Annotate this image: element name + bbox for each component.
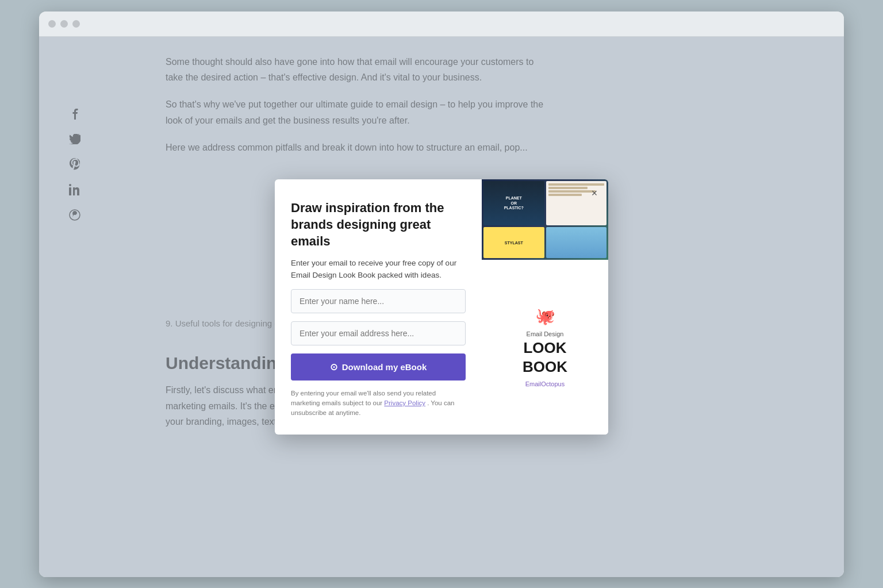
modal-subtitle: Enter your email to receive your free co… xyxy=(291,258,466,281)
thumbnail-3-text: STYLAST xyxy=(505,241,523,245)
download-button-label: Download my eBook xyxy=(342,362,427,372)
thumbnail-1-text: PLANETORPLASTIC? xyxy=(504,196,524,210)
thumbnail-3: STYLAST xyxy=(483,227,544,258)
thumbnail-1: PLANETORPLASTIC? xyxy=(483,181,544,225)
modal-disclaimer: By entering your email we'll also send y… xyxy=(291,389,466,418)
traffic-light-green xyxy=(72,20,80,28)
privacy-policy-link[interactable]: Privacy Policy xyxy=(384,399,425,406)
modal-dialog: × Draw inspiration from the brands desig… xyxy=(275,179,608,434)
modal-title: Draw inspiration from the brands designi… xyxy=(291,200,466,249)
modal-left-panel: Draw inspiration from the brands designi… xyxy=(275,179,482,434)
lookbook-info: 🐙 Email Design LOOK BOOK EmailOctopus xyxy=(482,260,608,434)
browser-titlebar xyxy=(39,11,844,37)
browser-window: Some thought should also have gone into … xyxy=(39,11,844,577)
lookbook-title-look: LOOK xyxy=(523,340,566,356)
modal-right-panel: PLANETORPLASTIC? STYLAST xyxy=(482,179,608,434)
traffic-light-yellow xyxy=(60,20,68,28)
browser-content: Some thought should also have gone into … xyxy=(39,37,844,577)
lookbook-brand: EmailOctopus xyxy=(525,381,565,387)
lookbook-title-book: BOOK xyxy=(523,359,567,375)
octopus-icon: 🐙 xyxy=(535,307,555,326)
thumbnail-4 xyxy=(546,227,607,258)
download-icon: ⊙ xyxy=(330,362,337,372)
name-input[interactable] xyxy=(291,289,466,313)
lookbook-subtitle: Email Design xyxy=(527,330,564,337)
download-button[interactable]: ⊙ Download my eBook xyxy=(291,353,466,381)
traffic-light-red xyxy=(48,20,56,28)
modal-backdrop: × Draw inspiration from the brands desig… xyxy=(39,37,844,577)
email-input[interactable] xyxy=(291,321,466,345)
